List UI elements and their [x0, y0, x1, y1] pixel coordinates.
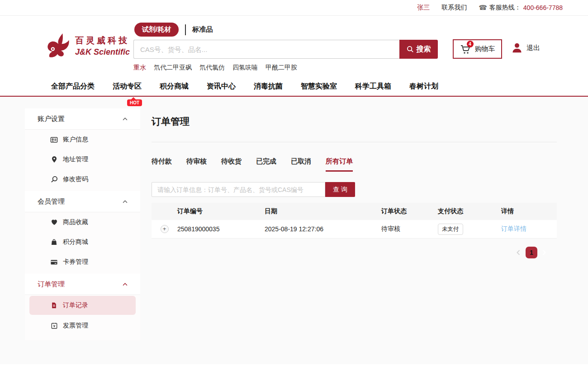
hot-link[interactable]: 四氢呋喃	[232, 64, 258, 72]
invoice-icon	[50, 322, 58, 330]
order-detail-link[interactable]: 订单详情	[501, 225, 557, 233]
search-icon	[407, 46, 414, 53]
username-link[interactable]: 张三	[417, 4, 430, 12]
sidebar-item-change-password[interactable]: 修改密码	[25, 169, 140, 189]
logo-cn: 百灵威科技	[75, 35, 130, 47]
nav-all-products[interactable]: 全部产品分类	[51, 82, 95, 91]
sidebar-item-label: 卡券管理	[63, 258, 88, 266]
location-icon	[50, 156, 58, 164]
cell-date: 2025-08-19 12:27:06	[265, 225, 381, 233]
sidebar-item-favorites[interactable]: 商品收藏	[25, 212, 140, 232]
nav-smart-lab[interactable]: 智慧实验室	[301, 82, 337, 91]
user-icon	[511, 42, 523, 54]
magnifier-icon	[50, 176, 58, 183]
logo-bird-icon	[45, 33, 71, 58]
contact-us-link[interactable]: 联系我们	[441, 4, 467, 12]
sidebar-section-account: 账户设置 账户信息	[25, 108, 140, 191]
next-page-chevron-icon[interactable]	[542, 250, 547, 255]
sidebar-item-invoice-management[interactable]: 发票管理	[25, 316, 140, 336]
bag-icon	[50, 239, 58, 246]
sidebar-item-address[interactable]: 地址管理	[25, 150, 140, 169]
header-order-status: 订单状态	[381, 207, 438, 215]
sidebar-item-order-records[interactable]: 订单记录	[29, 296, 136, 315]
chevron-up-icon	[123, 200, 128, 203]
sidebar-header-account-settings[interactable]: 账户设置	[25, 108, 140, 130]
sidebar-item-coupons[interactable]: 卡券管理	[25, 252, 140, 272]
tab-pending-review[interactable]: 待审核	[186, 157, 207, 172]
topbar: 张三 联系我们 ☎ 客服热线： 400-666-7788	[0, 0, 588, 16]
page: 张三 联系我们 ☎ 客服热线： 400-666-7788 百灵威科技 J&K S…	[0, 0, 588, 365]
cart-button[interactable]: 4 购物车	[453, 39, 502, 59]
table-row: + 250819000035 2025-08-19 12:27:06 待审核 未…	[152, 220, 557, 239]
sidebar-section-membership: 会员管理 商品收藏	[25, 191, 140, 274]
sidebar-item-label: 修改密码	[63, 175, 88, 183]
logout-button[interactable]: 退出	[511, 42, 540, 54]
nav-disinfection[interactable]: 消毒抗菌	[254, 82, 283, 91]
prev-page-chevron-icon[interactable]	[516, 250, 521, 255]
hot-link[interactable]: 重水	[133, 64, 146, 72]
divider	[152, 142, 557, 142]
search-button[interactable]: 搜索	[399, 40, 438, 59]
content: HOT 账户设置 账户信息	[0, 97, 588, 364]
tab-divider	[185, 24, 186, 35]
main-nav: 全部产品分类 活动专区 积分商城 资讯中心 消毒抗菌 智慧实验室 科学工具箱 春…	[0, 77, 588, 97]
document-icon	[50, 302, 58, 309]
sidebar-section-orders: 订单管理 订单记录	[25, 274, 140, 337]
sidebar-item-account-info[interactable]: 账户信息	[25, 130, 140, 150]
sidebar-header-membership[interactable]: 会员管理	[25, 191, 140, 212]
cart-count-badge: 4	[467, 41, 474, 47]
sidebar-item-label: 订单记录	[63, 301, 88, 309]
nav-points-mall[interactable]: 积分商城	[160, 82, 189, 91]
logo-text: 百灵威科技 J&K Scientific	[75, 35, 130, 57]
header-date: 日期	[265, 207, 381, 215]
order-search-input[interactable]	[152, 182, 325, 197]
order-search-bar: 查 询	[152, 182, 557, 197]
header-order-no: 订单编号	[177, 207, 265, 215]
sidebar-header-order-management[interactable]: 订单管理	[25, 274, 140, 295]
logout-label: 退出	[526, 44, 540, 52]
expand-row-button[interactable]: +	[161, 225, 169, 233]
logo[interactable]: 百灵威科技 J&K Scientific	[45, 33, 130, 58]
orders-table: 订单编号 日期 订单状态 支付状态 详情 + 250819000035 2025…	[152, 203, 557, 239]
nav-science-toolbox[interactable]: 科学工具箱	[355, 82, 391, 91]
sidebar-item-points-mall[interactable]: 积分商城	[25, 232, 140, 252]
tab-standards[interactable]: 标准品	[192, 25, 213, 34]
hot-link[interactable]: 氘代氯仿	[199, 64, 225, 72]
order-status-tabs: 待付款 待审核 待收货 已完成 已取消 所有订单	[152, 157, 557, 172]
hotline-number[interactable]: 400-666-7788	[523, 4, 563, 11]
hot-link[interactable]: 氘代二甲亚砜	[154, 64, 192, 72]
nav-promotions[interactable]: 活动专区	[113, 82, 142, 91]
card-icon	[50, 258, 58, 266]
section-title: 账户设置	[38, 115, 65, 123]
chevron-up-icon	[123, 117, 128, 121]
order-search-button[interactable]: 查 询	[325, 182, 355, 197]
hot-link[interactable]: 甲酰二甲胺	[266, 64, 297, 72]
id-card-icon	[50, 136, 58, 144]
section-title: 会员管理	[38, 197, 65, 206]
tab-all-orders[interactable]: 所有订单	[326, 157, 353, 172]
tab-pending-payment[interactable]: 待付款	[152, 157, 172, 172]
catalog-tabs: 试剂/耗材 标准品	[134, 23, 213, 37]
hotline-label: 客服热线：	[489, 4, 521, 12]
phone-icon: ☎	[479, 4, 487, 12]
sidebar-item-label: 地址管理	[63, 155, 88, 164]
nav-spring-tree-plan[interactable]: 春树计划	[409, 82, 438, 91]
tab-completed[interactable]: 已完成	[256, 157, 276, 172]
pagination: 1	[152, 247, 557, 258]
tab-cancelled[interactable]: 已取消	[291, 157, 311, 172]
search-button-label: 搜索	[417, 45, 431, 54]
sidebar-item-label: 账户信息	[63, 136, 88, 144]
order-management-panel: 订单管理 待付款 待审核 待收货 已完成 已取消 所有订单 查 询 订单编号 日…	[152, 115, 557, 258]
search-input[interactable]	[133, 40, 399, 59]
nav-news-center[interactable]: 资讯中心	[207, 82, 236, 91]
page-number-button[interactable]: 1	[526, 247, 537, 258]
logo-en: J&K Scientific	[75, 47, 130, 57]
sidebar-item-label: 商品收藏	[63, 218, 88, 226]
header-detail: 详情	[501, 207, 557, 215]
tab-reagents[interactable]: 试剂/耗材	[134, 23, 179, 37]
cart-label: 购物车	[475, 45, 495, 53]
cell-order-no: 250819000035	[177, 225, 265, 233]
account-sidebar: 账户设置 账户信息	[25, 108, 140, 340]
tab-pending-receipt[interactable]: 待收货	[221, 157, 242, 172]
hot-badge: HOT	[127, 99, 142, 106]
